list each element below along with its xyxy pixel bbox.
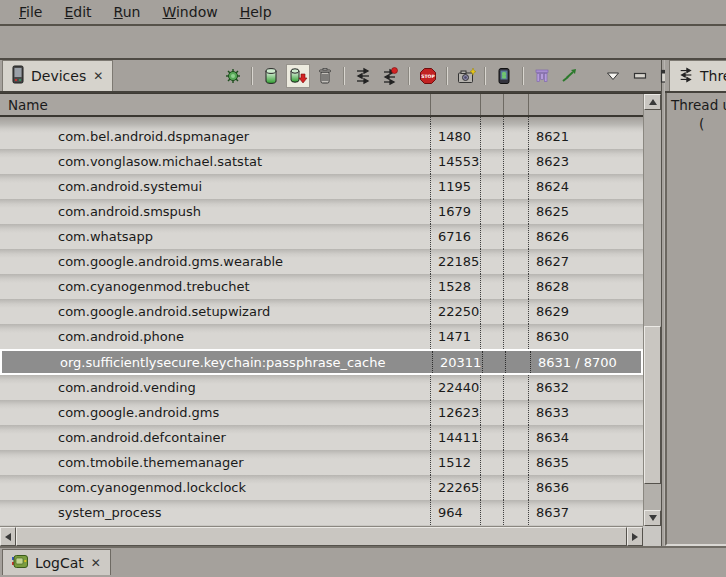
view-menu-icon[interactable] <box>601 64 625 88</box>
process-port: 8626 <box>528 224 643 249</box>
scroll-down-icon[interactable] <box>644 510 661 526</box>
svg-text:STOP: STOP <box>421 74 435 79</box>
column-header-pid[interactable] <box>430 94 480 115</box>
table-row[interactable]: com.cyanogenmod.trebuchet 1528 8628 <box>0 274 643 299</box>
menu-item[interactable]: Edit <box>53 2 102 22</box>
process-port: 8630 <box>528 324 643 349</box>
table-row[interactable]: org.sufficientlysecure.keychain:passphra… <box>0 349 643 375</box>
process-name: com.android.smspush <box>0 199 430 224</box>
process-port: 8631 / 8700 <box>530 351 641 373</box>
table-row[interactable]: com.whatsapp 6716 8626 <box>0 224 643 249</box>
table-row[interactable]: com.android.smspush 1679 8625 <box>0 199 643 224</box>
table-body: com.bel.android.dspmanager 1480 8621 com… <box>0 124 643 525</box>
process-name: com.android.phone <box>0 324 430 349</box>
table-header: Name <box>0 94 643 117</box>
tab-logcat[interactable]: LogCat ✕ <box>2 549 111 575</box>
tab-devices[interactable]: Devices ✕ <box>2 60 113 91</box>
process-name: com.whatsapp <box>0 224 430 249</box>
column-header-2[interactable] <box>480 94 503 115</box>
cell-empty-2 <box>503 500 528 525</box>
process-name: system_process <box>0 500 430 525</box>
main-toolbar-empty <box>0 26 726 60</box>
cell-empty-2 <box>503 475 528 500</box>
dump-hprof-icon[interactable] <box>286 64 310 88</box>
table-row[interactable]: com.android.systemui 1195 8624 <box>0 174 643 199</box>
process-pid: 964 <box>430 500 480 525</box>
cell-empty-1 <box>480 249 503 274</box>
column-header-name[interactable]: Name <box>0 94 430 115</box>
table-row[interactable]: com.tmobile.thememanager 1512 8635 <box>0 450 643 475</box>
partial-row <box>0 117 643 124</box>
menu-item[interactable]: File <box>8 2 53 22</box>
cell-empty-1 <box>480 324 503 349</box>
process-pid: 1195 <box>430 174 480 199</box>
horizontal-scrollbar-thumb[interactable] <box>16 527 627 546</box>
table-row[interactable]: com.bel.android.dspmanager 1480 8621 <box>0 124 643 149</box>
table-row[interactable]: com.android.defcontainer 14411 8634 <box>0 425 643 450</box>
horizontal-scrollbar[interactable] <box>0 526 643 546</box>
devices-tab-close-icon[interactable]: ✕ <box>92 70 104 82</box>
logcat-tab-close-icon[interactable]: ✕ <box>90 557 102 569</box>
table-row[interactable]: com.google.android.gms.wearable 22185 86… <box>0 249 643 274</box>
process-port: 8632 <box>528 375 643 400</box>
menu-item[interactable]: Help <box>229 2 283 22</box>
cell-empty-1 <box>480 199 503 224</box>
table-row[interactable]: com.vonglasow.michael.satstat 14553 8623 <box>0 149 643 174</box>
table-row[interactable]: com.android.vending 22440 8632 <box>0 375 643 400</box>
tab-threads[interactable]: Threads <box>669 60 726 91</box>
process-port: 8621 <box>528 124 643 149</box>
cell-empty-1 <box>480 224 503 249</box>
devices-view: Devices ✕ <box>0 60 661 546</box>
cell-empty-1 <box>480 500 503 525</box>
cell-empty-1 <box>480 450 503 475</box>
process-name: com.android.defcontainer <box>0 425 430 450</box>
scroll-right-icon[interactable] <box>627 527 643 546</box>
update-heap-icon[interactable] <box>259 64 283 88</box>
column-header-3[interactable] <box>503 94 528 115</box>
cell-empty-1 <box>480 425 503 450</box>
column-header-port[interactable] <box>528 94 643 115</box>
start-trace-icon[interactable] <box>557 64 581 88</box>
scroll-left-icon[interactable] <box>0 527 16 546</box>
process-port: 8636 <box>528 475 643 500</box>
process-table: Name com.bel.android.dspmanager 1480 <box>0 93 661 546</box>
cell-empty-2 <box>503 400 528 425</box>
process-name: com.google.android.gms.wearable <box>0 249 430 274</box>
process-pid: 22440 <box>430 375 480 400</box>
capture-ui-hierarchy-icon[interactable] <box>530 64 554 88</box>
table-row[interactable]: com.android.phone 1471 8630 <box>0 324 643 349</box>
minimize-icon[interactable] <box>628 64 652 88</box>
menu-item[interactable]: Run <box>103 2 152 22</box>
threads-view: Threads Thread up ( <box>665 60 726 546</box>
cell-empty-1 <box>482 351 505 373</box>
start-method-profiling-icon[interactable] <box>378 64 402 88</box>
cell-empty-2 <box>503 324 528 349</box>
reset-adb-icon[interactable] <box>492 64 516 88</box>
scroll-up-icon[interactable] <box>644 94 661 110</box>
stop-process-icon[interactable]: STOP <box>416 64 440 88</box>
process-pid: 22185 <box>430 249 480 274</box>
process-port: 8627 <box>528 249 643 274</box>
screen-capture-icon[interactable] <box>454 64 478 88</box>
menu-item[interactable]: Window <box>151 2 228 22</box>
eclipse-ddms-window: FileEditRunWindowHelp Devices ✕ <box>0 0 726 577</box>
cell-empty-1 <box>480 124 503 149</box>
cell-empty-1 <box>480 475 503 500</box>
debug-process-icon[interactable] <box>221 64 245 88</box>
vertical-scrollbar-thumb[interactable] <box>644 326 661 484</box>
table-row[interactable]: system_process 964 8637 <box>0 500 643 525</box>
cell-empty-2 <box>503 299 528 324</box>
process-name: com.vonglasow.michael.satstat <box>0 149 430 174</box>
process-pid: 20311 <box>432 351 482 373</box>
devices-tab-label: Devices <box>31 68 86 84</box>
cell-empty-2 <box>503 274 528 299</box>
table-row[interactable]: com.google.android.setupwizard 22250 862… <box>0 299 643 324</box>
update-threads-icon[interactable] <box>351 64 375 88</box>
device-phone-icon <box>11 65 25 87</box>
table-row[interactable]: com.google.android.gms 12623 8633 <box>0 400 643 425</box>
cause-gc-icon[interactable] <box>313 64 337 88</box>
threads-message-area: Thread up ( <box>665 93 726 546</box>
vertical-scrollbar[interactable] <box>643 94 661 526</box>
toolbar-separator <box>484 67 486 85</box>
table-row[interactable]: com.cyanogenmod.lockclock 22265 8636 <box>0 475 643 500</box>
